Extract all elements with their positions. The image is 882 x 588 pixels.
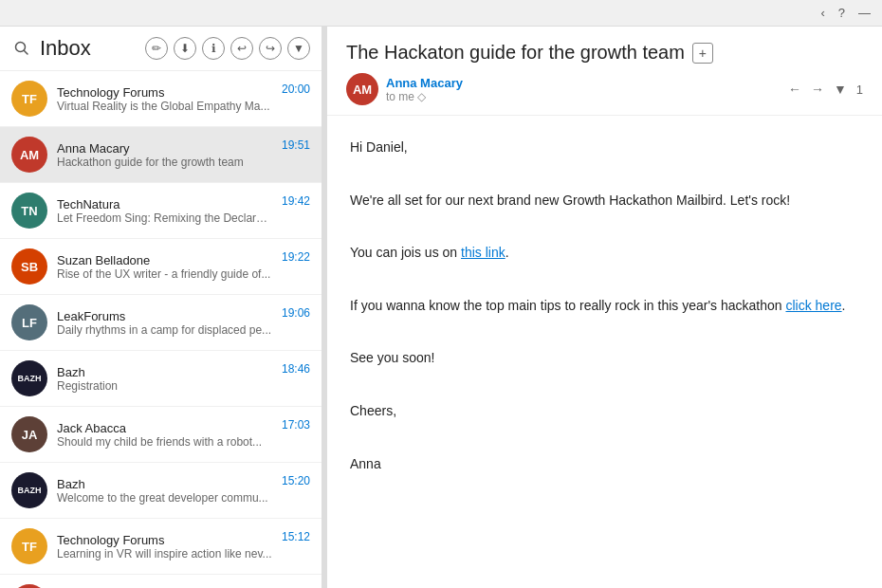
this-link[interactable]: this link	[461, 245, 505, 260]
mail-time: 19:51	[282, 138, 310, 152]
more-arrow[interactable]: ▼	[834, 82, 847, 97]
back-button[interactable]: ‹	[820, 6, 824, 20]
mail-subject: Hackathon guide for the growth team	[57, 156, 272, 169]
mail-item[interactable]: AMAnna MacaryHow Should We Tax Self-Driv…	[0, 575, 322, 588]
body-spacer	[350, 163, 859, 186]
body-paragraph: Cheers,	[350, 400, 859, 423]
mail-sender: Technology Forums	[57, 85, 272, 100]
forward-button[interactable]: ↪	[259, 37, 282, 60]
mail-content: LeakForumsDaily rhythms in a camp for di…	[57, 309, 272, 337]
mail-list: TFTechnology ForumsVirtual Reality is th…	[0, 71, 322, 588]
click-here-link[interactable]: click here	[785, 298, 841, 313]
avatar: LF	[11, 304, 47, 340]
avatar: AM	[11, 584, 47, 588]
main-layout: Inbox ✏ ⬇ ℹ ↩ ↪ ▼ TFTechnology ForumsVir…	[0, 27, 882, 588]
avatar: BAZH	[11, 360, 47, 396]
mail-item[interactable]: TFTechnology ForumsVirtual Reality is th…	[0, 71, 322, 127]
body-spacer	[350, 322, 859, 344]
forward-arrow[interactable]: →	[811, 82, 824, 97]
mail-content: BazhWelcome to the great developer commu…	[57, 477, 272, 505]
mail-content: Technology ForumsVirtual Reality is the …	[57, 85, 272, 113]
avatar: SB	[11, 248, 47, 285]
avatar: TN	[11, 193, 47, 229]
mail-item[interactable]: TFTechnology ForumsLearning in VR will i…	[0, 519, 322, 575]
sender-info: Anna Macary to me ◇	[386, 76, 781, 103]
mail-content: Technology ForumsLearning in VR will ins…	[57, 533, 272, 560]
email-body: Hi Daniel, We're all set for our next br…	[327, 116, 882, 588]
mail-content: Suzan BelladoneRise of the UX writer - a…	[57, 253, 272, 281]
sender-to: to me ◇	[386, 90, 781, 103]
mail-time: 19:06	[282, 306, 310, 320]
body-spacer	[350, 268, 859, 291]
mail-item[interactable]: JAJack AbaccaShould my child be friends …	[0, 407, 322, 463]
email-title: The Hackaton guide for the growth team	[346, 42, 685, 64]
mail-subject: Learning in VR will inspire action like …	[57, 547, 272, 560]
avatar: JA	[11, 416, 47, 452]
svg-line-1	[25, 51, 28, 55]
mail-subject: Virtual Reality is the Global Empathy Ma…	[57, 100, 272, 113]
mail-sender: Technology Forums	[57, 533, 272, 547]
inbox-title: Inbox	[40, 36, 138, 61]
mail-time: 15:12	[282, 530, 310, 543]
download-button[interactable]: ⬇	[174, 37, 196, 60]
sender-avatar: AM	[346, 73, 378, 105]
avatar: TF	[11, 528, 47, 564]
mail-sender: Bazh	[57, 477, 272, 491]
mail-time: 15:20	[282, 474, 310, 487]
help-button[interactable]: ?	[838, 6, 845, 20]
toolbar-icons: ✏ ⬇ ℹ ↩ ↪ ▼	[145, 37, 310, 60]
mail-time: 18:46	[282, 362, 310, 376]
mail-sender: Jack Abacca	[57, 421, 272, 435]
body-paragraph: You can jois us on this link.	[350, 242, 859, 265]
mail-time: 19:42	[282, 194, 310, 208]
body-paragraph: See you soon!	[350, 347, 859, 370]
mail-sender: Anna Macary	[57, 141, 272, 156]
email-title-row: The Hackaton guide for the growth team +	[346, 42, 863, 64]
email-header: The Hackaton guide for the growth team +…	[327, 27, 882, 116]
email-count: 1	[856, 83, 863, 97]
left-panel: Inbox ✏ ⬇ ℹ ↩ ↪ ▼ TFTechnology ForumsVir…	[0, 27, 322, 588]
add-tab-button[interactable]: +	[692, 43, 713, 64]
reply-button[interactable]: ↩	[230, 37, 253, 60]
mail-content: Jack AbaccaShould my child be friends wi…	[57, 421, 272, 449]
mail-time: 20:00	[282, 83, 310, 96]
avatar: AM	[11, 137, 47, 173]
mail-sender: LeakForums	[57, 309, 272, 323]
body-paragraph: If you wanna know the top main tips to r…	[350, 295, 859, 318]
right-panel: The Hackaton guide for the growth team +…	[327, 27, 882, 588]
mail-item[interactable]: BAZHBazhWelcome to the great developer c…	[0, 463, 322, 519]
mail-sender: Bazh	[57, 365, 272, 379]
mail-subject: Let Freedom Sing: Remixing the Declarati…	[57, 211, 272, 225]
mail-content: Anna MacaryHackathon guide for the growt…	[57, 141, 272, 169]
more-button[interactable]: ▼	[287, 37, 310, 60]
search-icon[interactable]	[11, 38, 32, 59]
mail-subject: Daily rhythms in a camp for displaced pe…	[57, 323, 272, 337]
mail-subject: Registration	[57, 379, 272, 393]
mail-sender: Suzan Belladone	[57, 253, 272, 267]
mail-subject: Should my child be friends with a robot.…	[57, 435, 272, 449]
body-spacer	[350, 427, 859, 450]
avatar: TF	[11, 81, 47, 117]
mail-item[interactable]: TNTechNaturaLet Freedom Sing: Remixing t…	[0, 183, 322, 239]
body-spacer	[350, 374, 859, 396]
mail-subject: Rise of the UX writer - a friendly guide…	[57, 267, 272, 281]
body-paragraph: Hi Daniel,	[350, 137, 859, 159]
info-button[interactable]: ℹ	[202, 37, 225, 60]
body-spacer	[350, 215, 859, 238]
window-chrome: ‹ ? —	[0, 0, 882, 27]
compose-button[interactable]: ✏	[145, 37, 168, 60]
mail-item[interactable]: BAZHBazhRegistration18:46	[0, 351, 322, 407]
mail-item[interactable]: LFLeakForumsDaily rhythms in a camp for …	[0, 295, 322, 351]
avatar: BAZH	[11, 472, 47, 508]
mail-item[interactable]: SBSuzan BelladoneRise of the UX writer -…	[0, 239, 322, 295]
minimize-button[interactable]: —	[858, 6, 871, 20]
inbox-header: Inbox ✏ ⬇ ℹ ↩ ↪ ▼	[0, 27, 322, 71]
mail-sender: TechNatura	[57, 197, 272, 211]
email-actions: ← → ▼ 1	[788, 82, 863, 97]
mail-item[interactable]: AMAnna MacaryHackathon guide for the gro…	[0, 127, 322, 183]
mail-time: 17:03	[282, 418, 310, 432]
mail-content: BazhRegistration	[57, 365, 272, 393]
reply-arrow[interactable]: ←	[788, 82, 801, 97]
sender-name: Anna Macary	[386, 76, 781, 90]
mail-time: 19:22	[282, 250, 310, 264]
